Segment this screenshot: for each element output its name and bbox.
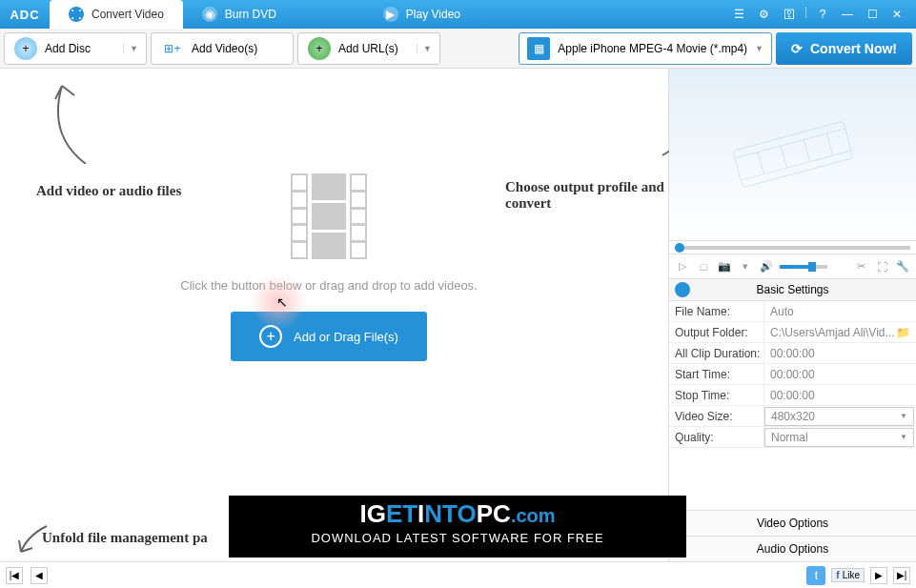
plus-icon: + [259, 325, 282, 348]
crop-icon[interactable]: ⛶ [874, 259, 889, 274]
tab-label: Convert Video [92, 8, 164, 21]
tools-icon[interactable]: 🔧 [895, 259, 910, 274]
add-urls-button[interactable]: + Add URL(s) ▼ [297, 32, 440, 65]
tab-convert-video[interactable]: Convert Video [50, 0, 183, 29]
button-label: Add Disc [45, 42, 115, 55]
setting-quality: Quality: Normal ▼ [669, 427, 916, 448]
help-icon[interactable]: ? [813, 5, 832, 24]
button-label: Convert Now! [810, 41, 897, 56]
duration-value: 00:00:00 [764, 343, 916, 363]
setting-clip-duration: All Clip Duration: 00:00:00 [669, 343, 916, 364]
add-disc-button[interactable]: + Add Disc ▼ [4, 32, 147, 65]
folder-icon[interactable]: 📁 [896, 326, 910, 339]
drop-area[interactable]: Click the button below or drag and drop … [176, 173, 481, 361]
menu-icon[interactable]: ☰ [730, 5, 749, 24]
titlebar: ADC Convert Video ◉ Burn DVD ▶ Play Vide… [0, 0, 916, 29]
nav-first-icon[interactable]: |◀ [6, 567, 23, 584]
nav-last-icon[interactable]: ▶| [893, 567, 910, 584]
basic-settings-header: Basic Settings [669, 278, 916, 301]
tab-burn-dvd[interactable]: ◉ Burn DVD [183, 0, 364, 29]
play-icon[interactable]: ▷ [675, 259, 690, 274]
video-size-dropdown[interactable]: 480x320 ▼ [764, 407, 914, 426]
hint-choose-profile: Choose output profile and convert [505, 179, 668, 212]
convert-icon [69, 7, 84, 22]
settings-table: File Name: Auto Output Folder: C:\Users\… [669, 301, 916, 448]
disc-add-icon: + [14, 37, 37, 60]
disc-icon: ◉ [202, 7, 217, 22]
maximize-icon[interactable]: ☐ [863, 5, 882, 24]
output-profile-dropdown[interactable]: ▦ Apple iPhone MPEG-4 Movie (*.mp4) ▼ [519, 32, 772, 65]
output-folder-value[interactable]: C:\Users\Amjad Ali\Vid... 📁 [764, 322, 916, 342]
button-label: Add URL(s) [338, 42, 409, 55]
hint-unfold: Unfold file management pa [42, 530, 208, 546]
hint-arrow [38, 78, 95, 164]
svg-line-3 [758, 152, 763, 173]
app-logo: ADC [0, 0, 50, 29]
chevron-down-icon: ▼ [900, 433, 907, 441]
profile-label: Apple iPhone MPEG-4 Movie (*.mp4) [558, 42, 747, 55]
setting-video-size: Video Size: 480x320 ▼ [669, 406, 916, 427]
add-drag-files-button[interactable]: + Add or Drag File(s) [231, 312, 427, 361]
chevron-down-icon: ▼ [123, 44, 136, 53]
chevron-down-icon[interactable]: ▾ [738, 259, 753, 274]
play-icon: ▶ [383, 7, 398, 22]
snapshot-icon[interactable]: 📷 [717, 259, 732, 274]
film-watermark-icon [726, 116, 860, 193]
profile-icon: ▦ [527, 37, 550, 60]
setting-stop-time: Stop Time: 00:00:00 [669, 385, 916, 406]
globe-icon: + [308, 37, 331, 60]
seek-slider[interactable] [669, 240, 916, 253]
file-name-value[interactable]: Auto [764, 301, 916, 321]
audio-options-button[interactable]: Audio Options [669, 536, 916, 561]
twitter-icon[interactable]: t [806, 566, 825, 585]
preview-controls: ▷ □ 📷 ▾ 🔊 ✂ ⛶ 🔧 [669, 253, 916, 278]
chevron-down-icon: ▼ [900, 412, 907, 420]
tab-play-video[interactable]: ▶ Play Video [364, 0, 545, 29]
button-label: Add or Drag File(s) [294, 330, 398, 344]
button-label: Add Video(s) [192, 42, 257, 55]
close-icon[interactable]: ✕ [887, 5, 906, 24]
svg-line-2 [741, 151, 851, 180]
key-icon[interactable]: ⚿ [780, 5, 799, 24]
chevron-down-icon: ▼ [755, 44, 763, 53]
toolbar: + Add Disc ▼ ⊞+ Add Video(s) + Add URL(s… [0, 29, 916, 69]
setting-output-folder: Output Folder: C:\Users\Amjad Ali\Vid...… [669, 322, 916, 343]
stop-icon[interactable]: □ [696, 259, 711, 274]
facebook-icon: f [836, 570, 839, 580]
volume-icon[interactable]: 🔊 [759, 259, 774, 274]
video-options-button[interactable]: Video Options [669, 510, 916, 536]
settings-icon[interactable]: ⚙ [755, 5, 774, 24]
stop-time-value[interactable]: 00:00:00 [764, 385, 916, 405]
chevron-down-icon: ▼ [417, 44, 430, 53]
svg-line-6 [826, 133, 832, 155]
svg-line-4 [781, 146, 786, 168]
watermark-overlay: IGETINTOPC.com Download Latest Software … [229, 496, 686, 558]
setting-file-name: File Name: Auto [669, 301, 916, 322]
cut-icon[interactable]: ✂ [853, 259, 868, 274]
start-time-value[interactable]: 00:00:00 [764, 364, 916, 384]
nav-next-icon[interactable]: ▶ [870, 567, 887, 584]
facebook-like-button[interactable]: f Like [831, 568, 865, 582]
header-label: Basic Settings [756, 283, 828, 296]
tab-label: Play Video [406, 8, 460, 21]
refresh-icon[interactable] [675, 282, 690, 297]
film-icon [291, 173, 367, 259]
quality-dropdown[interactable]: Normal ▼ [764, 428, 914, 447]
nav-prev-icon[interactable]: ◀ [31, 567, 48, 584]
main-panel: Add video or audio files Choose output p… [0, 69, 668, 561]
add-videos-button[interactable]: ⊞+ Add Video(s) [151, 32, 294, 65]
statusbar: |◀ ◀ t f Like ▶ ▶| [0, 561, 916, 588]
preview-area [669, 69, 916, 240]
hint-add-files: Add video or audio files [36, 183, 181, 199]
convert-now-button[interactable]: ⟳ Convert Now! [776, 32, 912, 65]
tab-label: Burn DVD [225, 8, 276, 21]
svg-line-5 [804, 140, 809, 162]
svg-line-1 [734, 129, 845, 158]
drop-hint-text: Click the button below or drag and drop … [176, 278, 481, 293]
volume-slider[interactable] [780, 265, 827, 269]
setting-start-time: Start Time: 00:00:00 [669, 364, 916, 385]
side-panel: ▷ □ 📷 ▾ 🔊 ✂ ⛶ 🔧 Basic Settings File Name… [668, 69, 916, 561]
video-add-icon: ⊞+ [161, 37, 184, 60]
minimize-icon[interactable]: — [838, 5, 857, 24]
refresh-icon: ⟳ [791, 41, 803, 56]
